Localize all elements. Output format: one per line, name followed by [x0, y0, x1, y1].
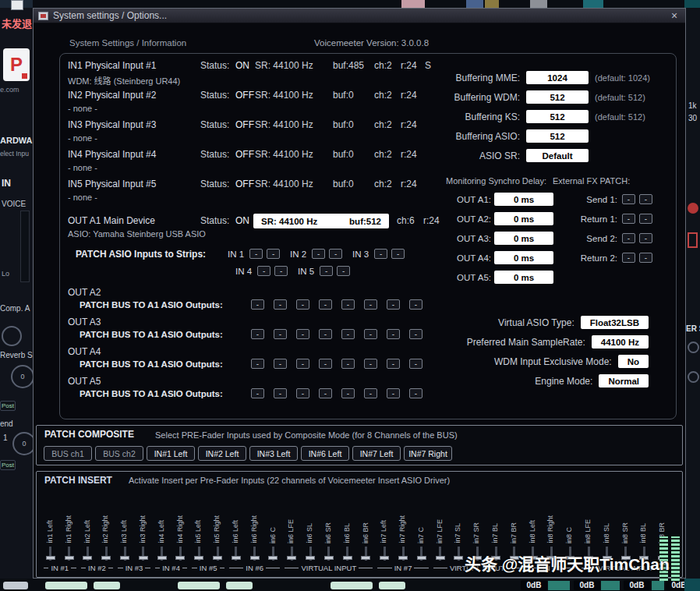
- insert-toggle[interactable]: [327, 547, 330, 561]
- bus-knob[interactable]: [688, 342, 699, 353]
- patch-button[interactable]: -: [319, 299, 332, 310]
- patch-button[interactable]: -: [341, 388, 355, 398]
- delay-value[interactable]: 0 ms: [494, 271, 553, 284]
- insert-toggle[interactable]: [439, 547, 441, 561]
- buffering-value[interactable]: 512: [526, 110, 589, 123]
- composite-button[interactable]: IN#6 Left: [301, 446, 349, 461]
- buffering-value[interactable]: Default: [526, 149, 589, 162]
- patch-button[interactable]: -: [251, 388, 264, 398]
- send-knob[interactable]: 0: [12, 432, 33, 455]
- strip-button[interactable]: [331, 582, 373, 589]
- insert-toggle[interactable]: [346, 547, 348, 561]
- composite-button[interactable]: IN#7 Left: [352, 446, 401, 461]
- patch-button[interactable]: -: [639, 214, 652, 224]
- device-name[interactable]: IN2 Physical Input #2: [68, 90, 156, 101]
- buffering-value[interactable]: 512: [526, 90, 589, 104]
- insert-toggle[interactable]: [198, 547, 200, 561]
- patch-button[interactable]: -: [391, 249, 405, 259]
- post-button[interactable]: Post: [0, 401, 16, 411]
- insert-toggle[interactable]: [420, 547, 422, 561]
- dialog-titlebar[interactable]: System settings / Options... ×: [34, 9, 685, 23]
- patch-button[interactable]: -: [274, 388, 287, 398]
- insert-toggle[interactable]: [458, 547, 460, 561]
- strip-button[interactable]: [178, 582, 220, 589]
- patch-button[interactable]: -: [622, 214, 635, 224]
- composite-button[interactable]: IN#2 Left: [198, 446, 246, 461]
- record-knob[interactable]: [688, 203, 698, 214]
- patch-button[interactable]: -: [319, 359, 332, 369]
- app-logo-icon[interactable]: P: [3, 48, 30, 81]
- photo-icon[interactable]: [485, 0, 499, 8]
- patch-button[interactable]: -: [296, 388, 309, 398]
- comp-knob[interactable]: [2, 326, 22, 346]
- insert-toggle[interactable]: [142, 547, 144, 561]
- patch-button[interactable]: -: [341, 359, 355, 369]
- patch-button[interactable]: -: [274, 359, 287, 369]
- patch-button[interactable]: -: [274, 329, 287, 339]
- delay-value[interactable]: 0 ms: [494, 212, 553, 225]
- strip-button[interactable]: [226, 582, 253, 589]
- buffering-value[interactable]: 512: [526, 129, 589, 143]
- patch-button[interactable]: -: [249, 249, 263, 259]
- option-value[interactable]: Float32LSB: [581, 316, 649, 329]
- patch-button[interactable]: -: [274, 299, 287, 310]
- device-name[interactable]: IN4 Physical Input #4: [68, 149, 156, 160]
- strip-button[interactable]: [94, 582, 120, 589]
- option-value[interactable]: No: [618, 355, 649, 368]
- insert-toggle[interactable]: [291, 547, 293, 561]
- insert-toggle[interactable]: [68, 547, 70, 561]
- fader-value-badge[interactable]: 0dB: [574, 580, 600, 590]
- composite-button[interactable]: IN#3 Left: [249, 446, 298, 461]
- device-name[interactable]: IN3 Physical Input #3: [68, 119, 156, 130]
- patch-button[interactable]: -: [312, 249, 325, 259]
- patch-button[interactable]: -: [329, 249, 342, 259]
- patch-button[interactable]: -: [320, 266, 333, 276]
- patch-button[interactable]: -: [319, 329, 332, 339]
- photo-icon[interactable]: [530, 0, 547, 8]
- fader-value-badge[interactable]: 0dB: [521, 580, 547, 590]
- insert-toggle[interactable]: [365, 547, 367, 561]
- photo-icon[interactable]: [401, 0, 425, 8]
- patch-button[interactable]: -: [364, 299, 377, 310]
- patch-button[interactable]: -: [622, 194, 635, 204]
- post-button[interactable]: Post: [0, 460, 16, 470]
- samplerate-display[interactable]: SR: 44100 Hz buf:512: [253, 214, 389, 228]
- insert-toggle[interactable]: [105, 547, 108, 561]
- strip-button[interactable]: [652, 581, 664, 590]
- option-value[interactable]: Normal: [599, 374, 649, 388]
- patch-button[interactable]: -: [622, 233, 635, 243]
- strip-button[interactable]: [379, 582, 405, 589]
- patch-button[interactable]: -: [251, 359, 264, 369]
- patch-button[interactable]: -: [374, 249, 387, 259]
- patch-button[interactable]: -: [267, 249, 280, 259]
- strip-button[interactable]: [45, 582, 87, 589]
- patch-button[interactable]: -: [337, 266, 350, 276]
- patch-button[interactable]: -: [387, 299, 400, 310]
- patch-button[interactable]: -: [274, 266, 288, 276]
- patch-button[interactable]: -: [409, 299, 422, 310]
- insert-toggle[interactable]: [179, 547, 182, 561]
- composite-button[interactable]: IN#1 Left: [147, 446, 195, 461]
- device-name[interactable]: IN1 Physical Input #1: [68, 60, 156, 71]
- photo-icon[interactable]: [466, 0, 483, 8]
- patch-button[interactable]: -: [639, 253, 652, 263]
- bus-knob[interactable]: [688, 371, 699, 383]
- strip-button[interactable]: [601, 581, 620, 590]
- composite-button[interactable]: BUS ch2: [95, 446, 143, 461]
- patch-button[interactable]: -: [319, 388, 332, 398]
- delay-value[interactable]: 0 ms: [494, 232, 553, 245]
- device-name[interactable]: OUT A1 Main Device: [68, 215, 155, 226]
- insert-toggle[interactable]: [49, 547, 51, 561]
- insert-toggle[interactable]: [402, 547, 405, 561]
- patch-button[interactable]: -: [341, 329, 355, 339]
- patch-button[interactable]: -: [251, 299, 264, 310]
- insert-toggle[interactable]: [217, 547, 219, 561]
- window-thumbnail-icon[interactable]: [11, 0, 23, 10]
- patch-button[interactable]: -: [251, 329, 264, 339]
- device-name[interactable]: IN5 Physical Input #5: [68, 179, 156, 189]
- fader-value-badge[interactable]: 0dB: [624, 580, 650, 590]
- delay-value[interactable]: 0 ms: [494, 251, 553, 264]
- patch-button[interactable]: -: [639, 233, 652, 243]
- insert-toggle[interactable]: [384, 547, 386, 561]
- composite-button[interactable]: BUS ch1: [44, 446, 92, 461]
